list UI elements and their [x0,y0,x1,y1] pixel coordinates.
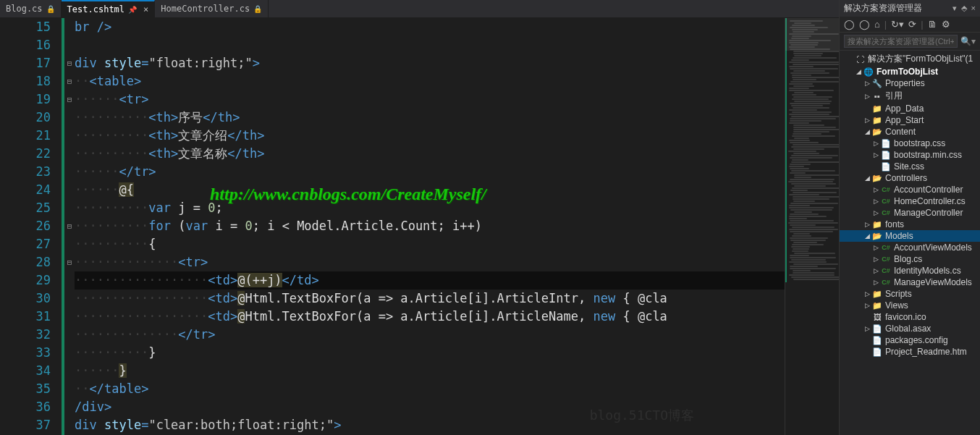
tree-fonts[interactable]: ▷📁fonts [840,219,980,230]
back-icon[interactable]: ◯ [844,19,855,30]
search-input[interactable] [844,35,958,48]
minimap-viewport[interactable] [785,18,839,51]
tree-item[interactable]: ▷C#ManageController [840,207,980,219]
tree-item[interactable]: ▷📄bootstrap.css [840,138,980,149]
code-editor[interactable]: br />div style="float:right;">··<table>·… [75,18,785,435]
tree-properties[interactable]: ▷🔧Properties [840,77,980,89]
close-icon[interactable]: × [143,4,148,14]
tree-scripts[interactable]: ▷📁Scripts [840,288,980,300]
tree-item[interactable]: ▷C#HomeController.cs [840,195,980,207]
tree-item[interactable]: 🖼favicon.ico [840,311,980,323]
minimap[interactable] [785,18,839,435]
properties-icon[interactable]: ⚙ [942,19,950,30]
solution-tree: ⛶解决方案"FormToObjList"(1 ◢🌐FormToObjList ▷… [840,51,980,435]
tree-item[interactable]: 📄Site.css [840,161,980,172]
tree-content[interactable]: ◢📂Content [840,126,980,138]
search-dropdown-icon[interactable]: 🔍▾ [960,36,976,46]
panel-title: 解决方案资源管理器 [844,2,922,14]
document-tabs: Blog.cs 🔒 Test.cshtml 📌× HomeController.… [0,0,839,18]
lock-icon: 🔒 [46,5,55,13]
tree-item[interactable]: ▷📄bootstrap.min.css [840,149,980,161]
tree-controllers[interactable]: ◢📂Controllers [840,172,980,184]
tree-item[interactable]: ▷📄Global.asax [840,323,980,334]
solution-node[interactable]: ⛶解决方案"FormToObjList"(1 [840,52,980,66]
tab-test-cshtml[interactable]: Test.cshtml 📌× [62,0,156,17]
panel-toolbar: ◯ ◯ ⌂ | ↻▾ ⟳ | 🗎 ⚙ [840,17,980,33]
line-numbers: 1516171819202122232425262728293031323334… [0,18,62,435]
tree-views[interactable]: ▷📁Views [840,300,980,311]
tree-item[interactable]: ▷C#IdentityModels.cs [840,265,980,276]
close-icon[interactable]: × [971,4,976,13]
tree-item[interactable]: ▷C#AccountViewModels [840,242,980,253]
tree-references[interactable]: ▷▪▪引用 [840,89,980,103]
tab-blog-cs[interactable]: Blog.cs 🔒 [0,0,62,17]
sync-icon[interactable]: ↻▾ [891,19,904,30]
pin-icon: 📌 [128,6,137,14]
tree-item[interactable]: ▷C#AccountController [840,184,980,195]
tree-item[interactable]: ▷C#Blog.cs [840,253,980,265]
tree-appstart[interactable]: ▷📁App_Start [840,114,980,126]
tree-item[interactable]: ▷C#ManageViewModels [840,276,980,288]
dropdown-icon[interactable]: ▾ [952,4,957,13]
project-node[interactable]: ◢🌐FormToObjList [840,66,980,77]
pin-icon[interactable]: ⬘ [961,4,967,13]
showall-icon[interactable]: 🗎 [928,19,937,30]
tree-models[interactable]: ◢📂Models [840,230,980,242]
home-icon[interactable]: ⌂ [874,19,880,30]
tree-appdata[interactable]: 📁App_Data [840,103,980,114]
refresh-icon[interactable]: ⟳ [908,19,916,30]
forward-icon[interactable]: ◯ [859,19,870,30]
tree-item[interactable]: 📄packages.config [840,334,980,346]
code-folding[interactable]: ⊟⊟⊟⊟⊟ [64,18,75,435]
tab-homecontroller[interactable]: HomeController.cs 🔒 [155,0,269,17]
lock-icon: 🔒 [253,5,262,13]
solution-explorer: 解决方案资源管理器 ▾ ⬘ × ◯ ◯ ⌂ | ↻▾ ⟳ | 🗎 ⚙ 🔍▾ ⛶解… [839,0,980,435]
tree-item[interactable]: 📄Project_Readme.htm [840,346,980,358]
